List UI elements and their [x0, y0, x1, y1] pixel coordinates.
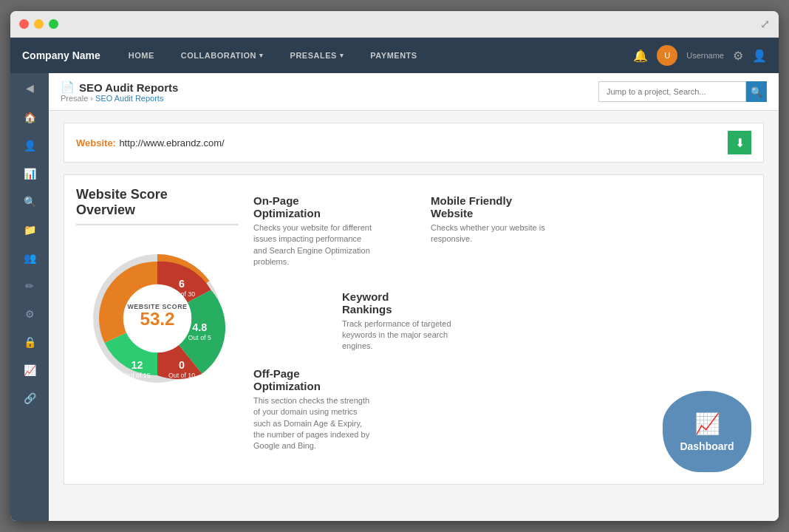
- close-button[interactable]: [19, 19, 29, 29]
- dashboard-icon: 📈: [694, 412, 720, 436]
- website-url-bar: Website: http://www.ebrandz.com/ ⬇: [64, 123, 764, 163]
- nav-items: HOME COLLABORATION ▾ PRESALES ▾ PAYMENTS: [115, 38, 633, 73]
- svg-text:6: 6: [179, 278, 185, 290]
- download-button[interactable]: ⬇: [728, 131, 751, 154]
- nav-right: 🔔 U Username ⚙ 👤: [633, 45, 767, 66]
- maximize-button[interactable]: [49, 19, 58, 29]
- website-url: http://www.ebrandz.com/: [119, 137, 224, 149]
- nav-payments[interactable]: PAYMENTS: [357, 38, 430, 73]
- help-icon[interactable]: 👤: [752, 49, 767, 63]
- svg-text:Out of 10: Out of 10: [168, 372, 195, 379]
- sidebar-icon-analytics[interactable]: 📈: [18, 358, 41, 382]
- label-mobile: Mobile FriendlyWebsite Checks whether yo…: [431, 194, 549, 268]
- sidebar: ◀ 🏠 👤 📊 🔍 📁 👥 ✏ ⚙ 🔒 📈 🔗: [10, 73, 49, 521]
- sidebar-icon-settings[interactable]: ⚙: [18, 302, 41, 326]
- sidebar-icon-folder[interactable]: 📁: [18, 218, 41, 242]
- label-on-page: On-PageOptimization Checks your website …: [253, 194, 372, 268]
- website-info: Website: http://www.ebrandz.com/: [76, 136, 225, 149]
- pie-chart-container: 6 Out of 30 4.8 Out of 5 0 Out of 10 12: [76, 237, 239, 403]
- svg-text:53.2: 53.2: [140, 309, 174, 329]
- sidebar-icon-home[interactable]: 🏠: [18, 106, 41, 129]
- sidebar-toggle[interactable]: ◀: [23, 79, 37, 97]
- nav-collaboration[interactable]: COLLABORATION ▾: [168, 38, 277, 73]
- company-name: Company Name: [22, 50, 100, 61]
- off-page-desc: This section checks the strength of your…: [253, 395, 372, 452]
- sidebar-icon-user[interactable]: 👤: [18, 134, 41, 157]
- breadcrumb-parent: Presale: [61, 94, 88, 103]
- page-title-text: SEO Audit Reports: [79, 81, 178, 94]
- score-left: Website ScoreOverview: [76, 187, 239, 472]
- username: Username: [686, 51, 724, 60]
- on-page-desc: Checks your website for different issues…: [253, 222, 372, 268]
- section-title: Website ScoreOverview: [76, 187, 239, 225]
- off-page-title: Off-PageOptimization: [253, 367, 372, 392]
- sidebar-icon-link[interactable]: 🔗: [18, 386, 41, 410]
- search-button[interactable]: 🔍: [746, 81, 767, 102]
- svg-text:12: 12: [132, 359, 143, 371]
- page-title: 📄 SEO Audit Reports: [61, 81, 178, 94]
- search-input[interactable]: [598, 81, 746, 102]
- svg-text:Out of 5: Out of 5: [188, 334, 211, 341]
- page-title-area: 📄 SEO Audit Reports Presale › SEO Audit …: [61, 81, 178, 103]
- header-search: 🔍: [598, 81, 767, 102]
- app-window: ⤢ Company Name HOME COLLABORATION ▾ PRES…: [10, 11, 779, 521]
- dashboard-label: Dashboard: [680, 440, 734, 452]
- svg-text:4.8: 4.8: [192, 321, 207, 333]
- breadcrumb: Presale › SEO Audit Reports: [61, 94, 178, 103]
- mobile-desc: Checks whether your website is responsiv…: [431, 222, 549, 245]
- nav-home[interactable]: HOME: [115, 38, 168, 73]
- avatar[interactable]: U: [657, 45, 677, 66]
- keyword-desc: Track performance of targeted keywords i…: [342, 318, 460, 352]
- document-icon: 📄: [61, 81, 75, 94]
- content-area: 📄 SEO Audit Reports Presale › SEO Audit …: [49, 73, 779, 521]
- pie-chart: 6 Out of 30 4.8 Out of 5 0 Out of 10 12: [76, 237, 239, 400]
- on-page-title: On-PageOptimization: [253, 194, 372, 219]
- keyword-title: KeywordRankings: [342, 290, 460, 316]
- breadcrumb-current[interactable]: SEO Audit Reports: [95, 94, 163, 103]
- score-right: On-PageOptimization Checks your website …: [253, 187, 751, 472]
- bell-icon[interactable]: 🔔: [633, 49, 648, 63]
- minimize-button[interactable]: [34, 19, 44, 29]
- website-label: Website:: [76, 137, 116, 149]
- expand-icon[interactable]: ⤢: [760, 17, 770, 31]
- settings-icon[interactable]: ⚙: [733, 49, 743, 63]
- svg-text:Out of 15: Out of 15: [123, 372, 150, 379]
- nav-presales[interactable]: PRESALES ▾: [277, 38, 358, 73]
- sidebar-icon-chart[interactable]: 📊: [18, 162, 41, 185]
- navbar: Company Name HOME COLLABORATION ▾ PRESAL…: [10, 38, 779, 73]
- titlebar: ⤢: [10, 11, 779, 38]
- window-controls: [19, 19, 58, 29]
- sidebar-icon-search[interactable]: 🔍: [18, 190, 41, 214]
- sidebar-icon-users[interactable]: 👥: [18, 246, 41, 270]
- sidebar-icon-edit[interactable]: ✏: [18, 274, 41, 298]
- caret-icon-2: ▾: [340, 52, 344, 59]
- dashboard-button[interactable]: 📈 Dashboard: [663, 391, 751, 472]
- page-header: 📄 SEO Audit Reports Presale › SEO Audit …: [49, 73, 779, 111]
- mobile-title: Mobile FriendlyWebsite: [431, 194, 549, 219]
- caret-icon: ▾: [259, 52, 264, 59]
- score-section: Website ScoreOverview: [64, 174, 764, 485]
- report-area: Website: http://www.ebrandz.com/ ⬇ Websi…: [49, 111, 779, 521]
- label-keyword: KeywordRankings Track performance of tar…: [342, 290, 460, 352]
- svg-text:0: 0: [179, 359, 185, 371]
- sidebar-icon-lock[interactable]: 🔒: [18, 330, 41, 354]
- main-area: ◀ 🏠 👤 📊 🔍 📁 👥 ✏ ⚙ 🔒 📈 🔗 📄 SEO Audit Repo…: [10, 73, 779, 521]
- label-off-page: Off-PageOptimization This section checks…: [253, 367, 372, 452]
